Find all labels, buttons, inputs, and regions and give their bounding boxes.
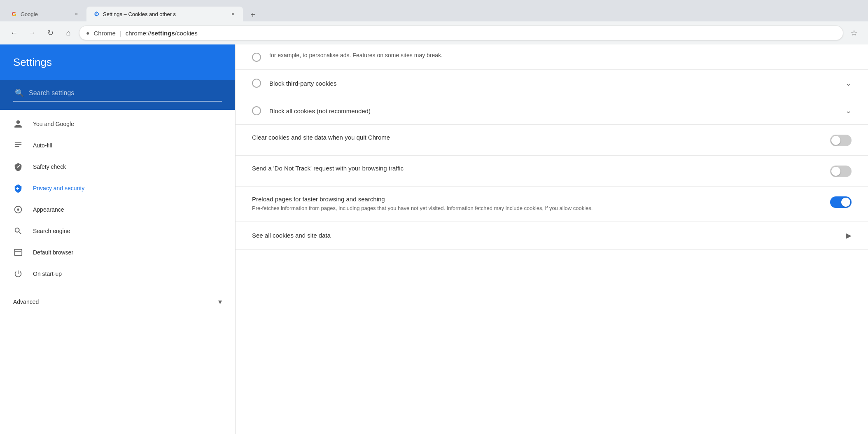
preload-pages-desc: Pre-fetches information from pages, incl… (252, 204, 623, 212)
startup-icon (13, 269, 23, 279)
sidebar-label-auto-fill: Auto-fill (33, 142, 52, 149)
sidebar-item-you-and-google[interactable]: You and Google (0, 113, 235, 135)
block-all-cookies-row: Block all cookies (not recommended) ⌄ (236, 97, 868, 125)
svg-rect-5 (15, 251, 21, 252)
block-third-party-label: Block third-party cookies (269, 80, 837, 87)
clear-cookies-track[interactable] (830, 135, 852, 146)
sidebar-item-default-browser[interactable]: Default browser (0, 242, 235, 263)
svg-rect-0 (15, 142, 22, 143)
sidebar-label-appearance: Appearance (33, 206, 64, 213)
preload-pages-row: Preload pages for faster browsing and se… (236, 187, 868, 222)
preload-pages-thumb (841, 198, 850, 207)
address-bar[interactable]: ● Chrome | chrome://settings/cookies (79, 26, 843, 40)
settings-title: Settings (13, 56, 222, 69)
search-icon: 🔍 (15, 89, 24, 98)
settings-header: Settings (0, 44, 235, 80)
bookmark-button[interactable]: ☆ (847, 26, 861, 40)
partial-radio (252, 53, 261, 62)
sidebar-label-privacy: Privacy and security (33, 185, 84, 191)
preload-pages-toggle[interactable] (830, 196, 852, 208)
toolbar: ← → ↻ ⌂ ● Chrome | chrome://settings/coo… (0, 21, 868, 44)
chrome-label: Chrome (93, 30, 115, 37)
block-all-cookies-radio[interactable] (252, 106, 261, 115)
do-not-track-row: Send a 'Do Not Track' request with your … (236, 156, 868, 187)
preload-pages-title: Preload pages for faster browsing and se… (252, 196, 822, 203)
person-icon (13, 119, 23, 129)
partial-description: for example, to personalise ads. Feature… (269, 52, 443, 58)
sidebar-item-auto-fill[interactable]: Auto-fill (0, 135, 235, 156)
block-all-cookies-label: Block all cookies (not recommended) (269, 107, 837, 114)
svg-rect-4 (14, 250, 22, 256)
block-third-party-option[interactable]: Block third-party cookies ⌄ (236, 70, 868, 97)
do-not-track-title: Send a 'Do Not Track' request with your … (252, 165, 822, 172)
appearance-icon (13, 205, 23, 215)
sidebar-label-default-browser: Default browser (33, 249, 73, 256)
search-bar-wrapper: 🔍 Search settings (0, 80, 235, 110)
google-favicon: G (11, 11, 17, 17)
tab-settings-close[interactable]: ✕ (229, 10, 236, 18)
tab-settings-title: Settings – Cookies and other s (103, 11, 226, 17)
sidebar-item-safety-check[interactable]: Safety check (0, 156, 235, 177)
back-button[interactable]: ← (7, 26, 21, 40)
autofill-icon (13, 140, 23, 150)
block-all-cookies-option[interactable]: Block all cookies (not recommended) ⌄ (236, 97, 868, 124)
svg-point-3 (17, 208, 19, 211)
do-not-track-toggle[interactable] (830, 166, 852, 177)
main-content: for example, to personalise ads. Feature… (236, 44, 868, 434)
svg-rect-1 (15, 144, 22, 145)
search-input-area[interactable]: 🔍 Search settings (13, 85, 222, 102)
new-tab-button[interactable]: + (246, 8, 259, 21)
block-all-cookies-chevron-icon[interactable]: ⌄ (845, 106, 852, 115)
forward-button[interactable]: → (25, 26, 40, 40)
search-placeholder: Search settings (29, 89, 74, 97)
do-not-track-thumb (831, 167, 840, 176)
partial-text-row: for example, to personalise ads. Feature… (236, 44, 868, 70)
sidebar-item-privacy-and-security[interactable]: Privacy and security (0, 177, 235, 199)
tab-google[interactable]: G Google ✕ (4, 7, 86, 21)
advanced-chevron-icon: ▾ (218, 297, 222, 306)
settings-favicon: ⚙ (93, 11, 100, 17)
sidebar-item-advanced[interactable]: Advanced ▾ (0, 292, 235, 312)
nav-divider (13, 288, 222, 288)
tab-google-close[interactable]: ✕ (72, 10, 80, 18)
do-not-track-text: Send a 'Do Not Track' request with your … (252, 165, 822, 173)
see-all-cookies-arrow-icon: ▶ (846, 231, 852, 240)
advanced-label: Advanced (13, 299, 39, 305)
preload-pages-text: Preload pages for faster browsing and se… (252, 196, 822, 212)
home-button[interactable]: ⌂ (61, 26, 76, 40)
tab-settings[interactable]: ⚙ Settings – Cookies and other s ✕ (86, 7, 243, 21)
sidebar-item-on-startup[interactable]: On start-up (0, 263, 235, 285)
sidebar-label-search-engine: Search engine (33, 228, 70, 234)
settings-layout: Settings 🔍 Search settings You and Googl… (0, 44, 868, 434)
svg-rect-2 (15, 146, 19, 147)
sidebar-nav: You and Google Auto-fill Safety check (0, 110, 235, 434)
see-all-cookies-row[interactable]: See all cookies and site data ▶ (236, 222, 868, 250)
safety-check-icon (13, 162, 23, 172)
sidebar: Settings 🔍 Search settings You and Googl… (0, 44, 236, 434)
see-all-cookies-label: See all cookies and site data (252, 232, 331, 239)
do-not-track-track[interactable] (830, 166, 852, 177)
content-area: for example, to personalise ads. Feature… (236, 44, 868, 250)
address-separator: | (120, 30, 121, 37)
sidebar-item-appearance[interactable]: Appearance (0, 199, 235, 220)
block-third-party-chevron-icon[interactable]: ⌄ (845, 79, 852, 88)
clear-cookies-row: Clear cookies and site data when you qui… (236, 125, 868, 156)
preload-pages-track[interactable] (830, 196, 852, 208)
security-icon: ● (86, 30, 89, 36)
clear-cookies-title: Clear cookies and site data when you qui… (252, 134, 822, 141)
clear-cookies-thumb (831, 136, 840, 145)
sidebar-item-search-engine[interactable]: Search engine (0, 220, 235, 242)
sidebar-label-you-and-google: You and Google (33, 121, 74, 127)
sidebar-label-on-startup: On start-up (33, 271, 62, 277)
reload-button[interactable]: ↻ (43, 26, 58, 40)
default-browser-icon (13, 247, 23, 257)
search-engine-icon (13, 226, 23, 236)
tab-google-title: Google (21, 11, 69, 17)
address-url: chrome://settings/cookies (126, 30, 198, 37)
sidebar-label-safety-check: Safety check (33, 163, 66, 170)
clear-cookies-toggle[interactable] (830, 135, 852, 146)
clear-cookies-text: Clear cookies and site data when you qui… (252, 134, 822, 142)
block-third-party-row: Block third-party cookies ⌄ (236, 70, 868, 97)
block-third-party-radio[interactable] (252, 79, 261, 88)
tab-bar: G Google ✕ ⚙ Settings – Cookies and othe… (0, 0, 868, 21)
